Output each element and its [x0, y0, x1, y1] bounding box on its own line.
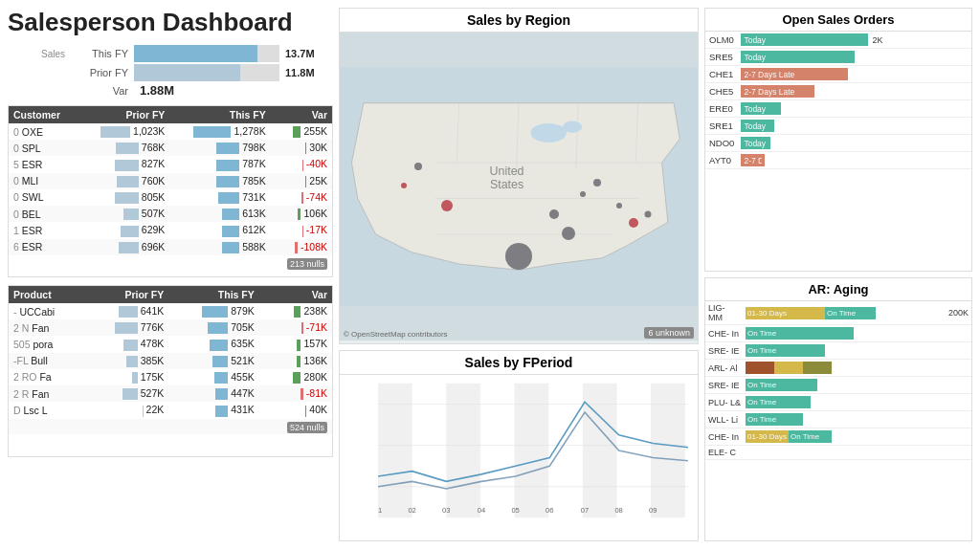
- order-bar-cell: 2-7 Days Late: [738, 83, 971, 100]
- map-dot: [414, 163, 422, 170]
- customer-row[interactable]: 6 ESR 696K 588K -108K: [9, 239, 332, 255]
- map-dot: [644, 210, 651, 217]
- order-row: ERE0 Today: [705, 100, 971, 118]
- prior-fy-cell: 827K: [78, 156, 169, 172]
- aging-row: WLL- Li On Time: [705, 411, 971, 428]
- product-prior-fy-cell: 527K: [83, 385, 168, 402]
- aging-section: AR: Aging LIG- MM 01-30 Days On Time 200…: [704, 277, 972, 541]
- customer-row[interactable]: 0 BEL 507K 613K 106K: [9, 206, 332, 222]
- prior-fy-col-header: Prior FY: [78, 106, 169, 123]
- product-row[interactable]: - UCCabi 641K 879K 238K: [9, 303, 332, 319]
- customer-row[interactable]: 0 OXE 1,023K 1,278K 255K: [9, 123, 332, 140]
- customer-name: 1 ESR: [9, 222, 78, 238]
- var-cell: 25K: [271, 173, 332, 189]
- svg-text:07: 07: [581, 506, 589, 515]
- customer-row[interactable]: 0 MLI 760K 785K 25K: [9, 173, 332, 189]
- aging-bar-cell: On Time: [744, 411, 943, 428]
- customer-table-container[interactable]: Customer Prior FY This FY Var 0 OXE 1,02…: [8, 105, 333, 277]
- svg-rect-7: [515, 384, 549, 517]
- product-var-cell: -71K: [259, 319, 332, 336]
- aging-customer: ELE- C: [705, 446, 744, 460]
- this-fy-bar: [134, 45, 257, 62]
- dashboard: Salesperson Dashboard Sales This FY 13.7…: [0, 0, 980, 549]
- var-col-header: Var: [271, 106, 332, 123]
- product-row[interactable]: 2 N Fan 776K 705K -71K: [9, 319, 332, 336]
- svg-text:04: 04: [478, 506, 485, 515]
- order-val: 2K: [872, 35, 882, 45]
- this-fy-cell: 731K: [169, 189, 270, 206]
- var-cell: -74K: [271, 189, 332, 206]
- order-customer: OLM0: [705, 32, 738, 49]
- order-customer: CHE1: [705, 66, 738, 83]
- product-var-cell: -81K: [259, 385, 332, 402]
- customer-name: 5 ESR: [9, 156, 78, 172]
- customer-name: 0 MLI: [9, 173, 78, 189]
- aging-segment-label: On Time: [747, 329, 776, 338]
- aging-value: [943, 360, 971, 377]
- this-fy-cell: 785K: [169, 173, 270, 189]
- order-status: 2-7 Days Late: [744, 87, 794, 97]
- svg-text:03: 03: [442, 506, 450, 515]
- var-label2: Var: [71, 85, 128, 97]
- var-cell: 106K: [271, 206, 332, 222]
- map-area: United States © OpenStreetMap contributo…: [340, 33, 698, 340]
- var-cell: 30K: [271, 140, 332, 156]
- aging-row: SRE- IE On Time: [705, 377, 971, 394]
- svg-text:01: 01: [378, 506, 382, 515]
- aging-customer: LIG- MM: [705, 301, 744, 325]
- product-var-col-header: Var: [259, 286, 332, 303]
- this-fy-cell: 787K: [169, 156, 270, 172]
- product-name: - UCCabi: [9, 303, 83, 319]
- order-customer: CHE5: [705, 83, 738, 100]
- customer-row[interactable]: 1 ESR 629K 612K -17K: [9, 222, 332, 238]
- this-fy-row: Sales This FY 13.7M: [8, 45, 333, 62]
- order-bar-cell: Today: [738, 118, 971, 135]
- aging-bar-cell: On Time: [744, 342, 943, 360]
- product-var-cell: 40K: [259, 402, 332, 418]
- aging-value: 200K: [943, 301, 971, 325]
- aging-title: AR: Aging: [705, 278, 971, 301]
- aging-customer: PLU- L&: [705, 394, 744, 411]
- aging-segment-label: 01-30 Days: [747, 309, 787, 318]
- map-credit: © OpenStreetMap contributors: [344, 330, 448, 339]
- sales-summary: Sales This FY 13.7M Prior FY 11.8M Var 1…: [8, 45, 333, 98]
- customer-name: 6 ESR: [9, 239, 78, 255]
- var-value: 1.88M: [140, 83, 174, 98]
- product-name: 2 RO Fa: [9, 369, 83, 385]
- aging-bar-cell: On Time: [744, 394, 943, 411]
- prior-fy-bar-container: [134, 64, 279, 81]
- aging-segment-label: On Time: [827, 309, 856, 318]
- product-this-fy-cell: 431K: [168, 402, 259, 418]
- product-table-container[interactable]: Product Prior FY This FY Var - UCCabi 64…: [8, 285, 333, 457]
- product-row[interactable]: 2 RO Fa 175K 455K 280K: [9, 369, 332, 385]
- product-this-fy-cell: 635K: [168, 336, 259, 352]
- product-row[interactable]: D Lsc L 22K 431K 40K: [9, 402, 332, 418]
- customer-row[interactable]: 5 ESR 827K 787K -40K: [9, 156, 332, 172]
- product-row[interactable]: 2 R Fan 527K 447K -81K: [9, 385, 332, 402]
- aging-customer: SRE- IE: [705, 342, 744, 360]
- var-cell: 255K: [271, 123, 332, 140]
- aging-bar-cell: On Time: [744, 325, 943, 342]
- product-prior-fy-cell: 776K: [83, 319, 168, 336]
- prior-fy-cell: 507K: [78, 206, 169, 222]
- product-row[interactable]: 505 pora 478K 635K 157K: [9, 336, 332, 352]
- product-nulls-row: 524 nulls: [9, 419, 332, 434]
- chart-svg: 1.9M 1.5M 01 02 03 04 05 06 07 08 09: [378, 383, 688, 518]
- order-bar-cell: 2-7 Days Late: [738, 66, 971, 83]
- aging-customer: CHE- In: [705, 325, 744, 342]
- customer-row[interactable]: 0 SPL 768K 798K 30K: [9, 140, 332, 156]
- customer-name: 0 SPL: [9, 140, 78, 156]
- aging-segment-label: On Time: [747, 346, 776, 355]
- aging-segment-label: On Time: [747, 415, 776, 424]
- right-panel: Open Sales Orders OLM0 Today 2K SRE5 Tod…: [704, 8, 972, 541]
- svg-rect-9: [651, 384, 685, 517]
- aging-customer: SRE- IE: [705, 377, 744, 394]
- aging-segment-label: On Time: [791, 432, 819, 441]
- customer-row[interactable]: 0 SWL 805K 731K -74K: [9, 189, 332, 206]
- order-bar-cell: Today 2K: [738, 32, 971, 49]
- order-row: OLM0 Today 2K: [705, 32, 971, 49]
- product-name: D Lsc L: [9, 402, 83, 418]
- product-row[interactable]: -FL Bull 385K 521K 136K: [9, 353, 332, 369]
- var-cell: -17K: [271, 222, 332, 238]
- product-name: 505 pora: [9, 336, 83, 352]
